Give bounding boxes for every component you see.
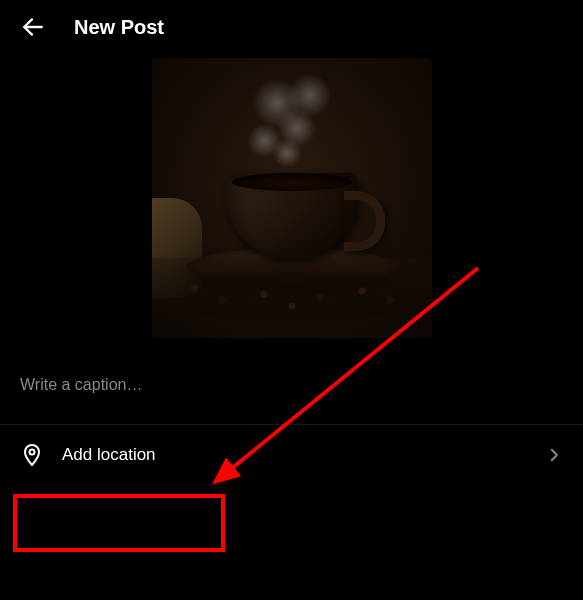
image-preview-container [0, 54, 583, 348]
caption-section [0, 348, 583, 424]
post-image-preview[interactable] [152, 58, 432, 338]
svg-point-1 [30, 450, 35, 455]
page-title: New Post [74, 16, 164, 39]
location-pin-icon [20, 443, 44, 467]
add-location-row[interactable]: Add location [0, 425, 583, 485]
annotation-highlight-box [13, 494, 225, 552]
caption-input[interactable] [20, 376, 563, 394]
add-location-label: Add location [62, 445, 527, 465]
back-arrow-icon[interactable] [20, 14, 46, 40]
header: New Post [0, 0, 583, 54]
chevron-right-icon [545, 446, 563, 464]
